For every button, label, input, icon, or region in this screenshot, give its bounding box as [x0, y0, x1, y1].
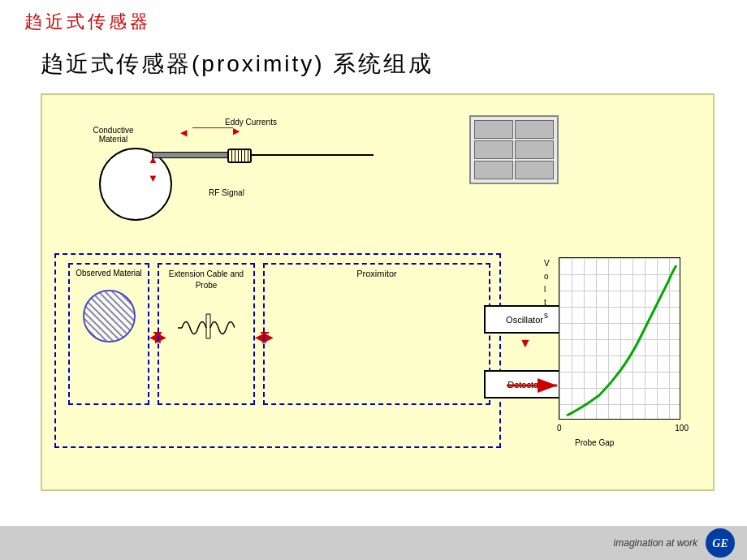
- graph-x-label-0: 0: [557, 424, 562, 433]
- eddy-line: [192, 127, 233, 128]
- conductive-circle: [99, 148, 172, 221]
- page-header: 趋近式传感器: [24, 10, 151, 34]
- observed-material-label: Observed Material: [76, 269, 142, 278]
- graph-x-label-100: 100: [675, 424, 689, 433]
- bottom-section: Observed Material ◀ ▶ Extension Cable an…: [50, 253, 705, 493]
- graph-area: Volts 0 100 Probe Gap: [542, 253, 689, 464]
- arrow-down-osc: ▼: [519, 336, 532, 351]
- header-title: 趋近式传感器: [24, 10, 151, 34]
- driver-cell-4: [515, 140, 554, 159]
- oscillator-label: Oscillator: [506, 315, 543, 325]
- connect-line: [317, 154, 374, 156]
- driver-cell-6: [515, 161, 554, 179]
- probe-line: [252, 154, 317, 156]
- driver-box: [469, 115, 559, 184]
- driver-cell-3: [474, 140, 513, 159]
- probe-body: [152, 152, 229, 158]
- observed-circle: [83, 290, 136, 342]
- spring-coil: [227, 149, 252, 163]
- ge-logo: GE: [706, 528, 735, 558]
- top-section: ConductiveMaterial Eddy Currents RF Sign…: [50, 103, 705, 249]
- svg-text:GE: GE: [712, 537, 728, 549]
- observed-material-box: Observed Material: [68, 263, 149, 405]
- coil-svg: [178, 299, 235, 340]
- slide-title: 趋近式传感器(proximity) 系统组成: [41, 49, 434, 80]
- ge-logo-svg: GE: [709, 532, 732, 554]
- driver-cell-5: [474, 161, 513, 179]
- footer: imagination at work GE: [0, 526, 747, 560]
- graph-x-title: Probe Gap: [575, 438, 614, 447]
- system-box: Observed Material ◀ ▶ Extension Cable an…: [54, 253, 501, 448]
- driver-cell-1: [474, 120, 513, 139]
- proximitor-box: Proximitor Oscillator ▼ Detector Voltage…: [263, 263, 490, 405]
- eddy-arrow-left: ◀: [180, 127, 187, 138]
- driver-cell-2: [515, 120, 554, 139]
- rf-signal-label: RF Signal: [209, 188, 244, 197]
- conductive-material-label: ConductiveMaterial: [75, 126, 152, 144]
- conductive-material-area: ConductiveMaterial: [75, 123, 152, 144]
- graph-y-label: Volts: [544, 257, 550, 322]
- eddy-arrow-right: ▶: [233, 126, 240, 136]
- diagram-container: ConductiveMaterial Eddy Currents RF Sign…: [41, 93, 715, 491]
- extension-cable-box: Extension Cable and Probe: [158, 263, 255, 405]
- footer-tagline: imagination at work: [614, 537, 697, 549]
- extension-cable-label: Extension Cable and Probe: [159, 269, 253, 291]
- graph-curve-svg: [559, 257, 680, 420]
- probe-arrow-down: ▼: [148, 172, 158, 184]
- proximitor-label: Proximitor: [265, 269, 489, 278]
